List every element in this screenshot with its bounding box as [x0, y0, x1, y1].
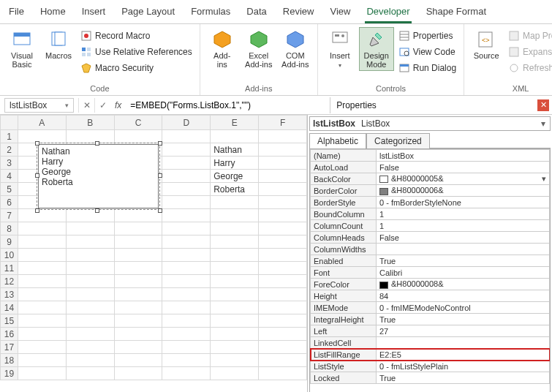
- formula-input[interactable]: [126, 98, 330, 113]
- listbox-item[interactable]: Nathan: [42, 146, 155, 157]
- resize-handle[interactable]: [158, 173, 162, 178]
- cell[interactable]: [211, 367, 259, 380]
- resize-handle[interactable]: [158, 208, 162, 213]
- view-code-button[interactable]: View Code: [396, 45, 459, 59]
- cell[interactable]: [259, 130, 307, 143]
- cell[interactable]: George: [211, 170, 259, 183]
- cell[interactable]: Nathan: [211, 143, 259, 157]
- design-mode-button[interactable]: Design Mode: [359, 27, 394, 71]
- row-header[interactable]: 19: [1, 367, 18, 380]
- cell[interactable]: [211, 341, 259, 354]
- row-header[interactable]: 16: [1, 328, 18, 341]
- cell[interactable]: [18, 367, 66, 380]
- cell[interactable]: [259, 235, 307, 249]
- cell[interactable]: [18, 354, 66, 367]
- cell[interactable]: [211, 222, 259, 235]
- listbox-item[interactable]: Roberta: [42, 177, 155, 187]
- cell[interactable]: [162, 235, 211, 249]
- property-row[interactable]: BoundColumn1: [311, 208, 550, 220]
- tab-view[interactable]: View: [328, 3, 352, 23]
- cell[interactable]: [114, 209, 162, 222]
- cell[interactable]: [162, 367, 211, 380]
- property-row[interactable]: EnabledTrue: [311, 255, 550, 267]
- cell[interactable]: [66, 275, 114, 288]
- cell[interactable]: [66, 235, 114, 249]
- cell[interactable]: [162, 328, 211, 341]
- row-header[interactable]: 3: [1, 157, 18, 170]
- cell[interactable]: [162, 157, 211, 170]
- row-header[interactable]: 5: [1, 183, 18, 196]
- cell[interactable]: [211, 354, 259, 367]
- row-header[interactable]: 10: [1, 249, 18, 262]
- cell[interactable]: [114, 328, 162, 341]
- cell[interactable]: [66, 328, 114, 341]
- cell[interactable]: [66, 262, 114, 275]
- property-row[interactable]: BorderStyle0 - fmBorderStyleNone: [311, 197, 550, 208]
- listbox-item[interactable]: George: [42, 167, 155, 177]
- row-header[interactable]: 2: [1, 143, 18, 157]
- tab-developer[interactable]: Developer: [365, 3, 411, 23]
- column-header[interactable]: E: [211, 116, 259, 130]
- cell[interactable]: [66, 222, 114, 235]
- cell[interactable]: [211, 209, 259, 222]
- cell[interactable]: [114, 314, 162, 328]
- cell[interactable]: [162, 341, 211, 354]
- property-row[interactable]: ColumnWidths: [311, 244, 550, 255]
- cell[interactable]: [18, 328, 66, 341]
- cell[interactable]: [162, 275, 211, 288]
- cell[interactable]: [211, 288, 259, 301]
- cell[interactable]: [18, 209, 66, 222]
- cell[interactable]: [18, 275, 66, 288]
- cell[interactable]: [259, 143, 307, 157]
- tab-home[interactable]: Home: [39, 3, 67, 23]
- cell[interactable]: [211, 130, 259, 143]
- cell[interactable]: [162, 196, 211, 209]
- cell[interactable]: [162, 301, 211, 314]
- cell[interactable]: [259, 328, 307, 341]
- cell[interactable]: [259, 209, 307, 222]
- property-row[interactable]: FontCalibri: [311, 267, 550, 279]
- cell[interactable]: [114, 235, 162, 249]
- props-tab-categorized[interactable]: Categorized: [366, 133, 430, 148]
- property-row[interactable]: LinkedCell: [311, 337, 550, 349]
- cell[interactable]: [259, 249, 307, 262]
- cell[interactable]: [211, 275, 259, 288]
- row-header[interactable]: 17: [1, 341, 18, 354]
- cell[interactable]: [259, 196, 307, 209]
- properties-object-selector[interactable]: lstListBox ListBox ▾: [309, 116, 551, 131]
- cell[interactable]: [259, 367, 307, 380]
- cell[interactable]: [66, 288, 114, 301]
- cell[interactable]: [259, 314, 307, 328]
- cell[interactable]: [211, 262, 259, 275]
- cell[interactable]: [162, 314, 211, 328]
- row-header[interactable]: 15: [1, 314, 18, 328]
- cell[interactable]: [259, 288, 307, 301]
- cell[interactable]: [114, 301, 162, 314]
- column-header[interactable]: A: [18, 116, 66, 130]
- row-header[interactable]: 14: [1, 301, 18, 314]
- cell[interactable]: [114, 249, 162, 262]
- cell[interactable]: [211, 328, 259, 341]
- property-row[interactable]: IntegralHeightTrue: [311, 314, 550, 325]
- tab-review[interactable]: Review: [281, 3, 316, 23]
- property-row[interactable]: BorderColor&H80000006&: [311, 185, 550, 197]
- excel-addins-button[interactable]: Excel Add-ins: [241, 27, 276, 71]
- cell[interactable]: [66, 209, 114, 222]
- cell[interactable]: [162, 288, 211, 301]
- source-button[interactable]: <>Source: [469, 27, 504, 62]
- cell[interactable]: [259, 222, 307, 235]
- fx-icon[interactable]: fx: [110, 100, 126, 110]
- cell[interactable]: [259, 170, 307, 183]
- cell[interactable]: [114, 354, 162, 367]
- cell[interactable]: [162, 354, 211, 367]
- property-row[interactable]: AutoLoadFalse: [311, 162, 550, 173]
- resize-handle[interactable]: [35, 141, 39, 146]
- cell[interactable]: [259, 341, 307, 354]
- cell[interactable]: [162, 170, 211, 183]
- cell[interactable]: [259, 301, 307, 314]
- accept-formula-button[interactable]: ✓: [94, 98, 110, 113]
- cell[interactable]: [211, 314, 259, 328]
- macro-security-button[interactable]: Macro Security: [77, 61, 195, 75]
- cell[interactable]: [162, 249, 211, 262]
- cell[interactable]: [114, 288, 162, 301]
